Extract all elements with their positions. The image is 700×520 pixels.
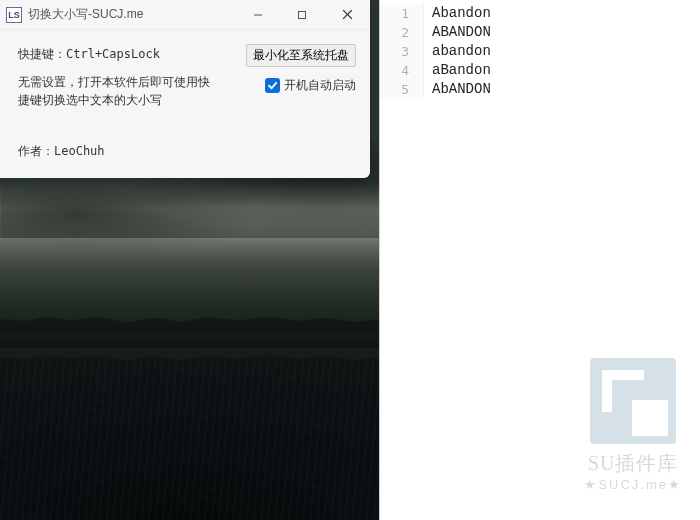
description-text: 无需设置，打开本软件后即可使用快 捷键切换选中文本的大小写 bbox=[18, 73, 210, 109]
autostart-option[interactable]: 开机自动启动 bbox=[265, 77, 356, 94]
text-editor[interactable]: 1Abandon2ABANDON3abandon4aBandon5AbANDON bbox=[380, 0, 700, 520]
line-number: 3 bbox=[380, 42, 424, 61]
editor-line[interactable]: 5AbANDON bbox=[380, 80, 700, 99]
titlebar[interactable]: LS 切换大小写-SUCJ.me bbox=[0, 0, 370, 30]
line-text[interactable]: AbANDON bbox=[424, 80, 491, 99]
svg-rect-1 bbox=[299, 11, 306, 18]
editor-line[interactable]: 4aBandon bbox=[380, 61, 700, 80]
line-text[interactable]: Abandon bbox=[424, 4, 491, 23]
bg-texture bbox=[0, 360, 379, 520]
autostart-label: 开机自动启动 bbox=[284, 77, 356, 94]
app-icon: LS bbox=[6, 7, 22, 23]
window-controls bbox=[236, 0, 370, 29]
minimize-button[interactable] bbox=[236, 0, 280, 29]
line-text[interactable]: aBandon bbox=[424, 61, 491, 80]
minimize-to-tray-button[interactable]: 最小化至系统托盘 bbox=[246, 44, 356, 67]
app-body: 快捷键：Ctrl+CapsLock 最小化至系统托盘 无需设置，打开本软件后即可… bbox=[0, 30, 370, 178]
line-text[interactable]: abandon bbox=[424, 42, 491, 61]
editor-line[interactable]: 2ABANDON bbox=[380, 23, 700, 42]
description-line: 无需设置，打开本软件后即可使用快 bbox=[18, 75, 210, 89]
line-number: 5 bbox=[380, 80, 424, 99]
description-line: 捷键切换选中文本的大小写 bbox=[18, 93, 162, 107]
close-button[interactable] bbox=[324, 0, 370, 29]
line-text[interactable]: ABANDON bbox=[424, 23, 491, 42]
line-number: 2 bbox=[380, 23, 424, 42]
line-number: 1 bbox=[380, 4, 424, 23]
app-window: LS 切换大小写-SUCJ.me 快捷键：Ctrl+CapsLock 最小化至系… bbox=[0, 0, 370, 178]
editor-line[interactable]: 3abandon bbox=[380, 42, 700, 61]
bg-foreground bbox=[0, 360, 379, 520]
hotkey-label: 快捷键：Ctrl+CapsLock bbox=[18, 44, 160, 63]
autostart-checkbox[interactable] bbox=[265, 78, 280, 93]
editor-content[interactable]: 1Abandon2ABANDON3abandon4aBandon5AbANDON bbox=[380, 0, 700, 99]
editor-line[interactable]: 1Abandon bbox=[380, 4, 700, 23]
maximize-button[interactable] bbox=[280, 0, 324, 29]
desktop-background: LS 切换大小写-SUCJ.me 快捷键：Ctrl+CapsLock 最小化至系… bbox=[0, 0, 380, 520]
window-title: 切换大小写-SUCJ.me bbox=[28, 6, 236, 23]
author-label: 作者：LeoChuh bbox=[18, 143, 356, 160]
line-number: 4 bbox=[380, 61, 424, 80]
